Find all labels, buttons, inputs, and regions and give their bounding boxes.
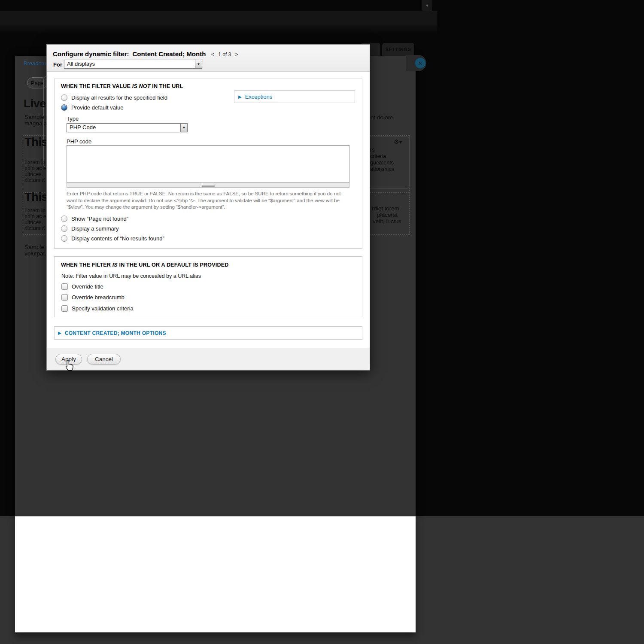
tab-settings[interactable]: SETTINGS	[382, 43, 414, 56]
sample-fragment-right: et dolore	[371, 114, 393, 121]
radio-no-results[interactable]: Display contents of “No results found”	[61, 235, 164, 242]
toolbar-fade	[0, 25, 437, 34]
sample-paragraph-top: Sample p magna al	[24, 114, 49, 127]
toolbar-collapse-button[interactable]: ▼	[422, 0, 432, 11]
month-options-toggle[interactable]: ▶ CONTENT CREATED; MONTH OPTIONS	[54, 326, 362, 340]
radio-display-all-results[interactable]: Display all results for the specified fi…	[61, 94, 167, 101]
grip-lines-icon	[202, 184, 215, 187]
php-help-text: Enter PHP code that returns TRUE or FALS…	[67, 191, 346, 211]
preview-lorem-right: rdiet lorem placerat velit, luctus	[372, 205, 401, 225]
checkbox-override-title[interactable]: Override title	[61, 283, 103, 290]
cancel-button[interactable]: Cancel	[87, 354, 121, 365]
checkbox-specify-validation[interactable]: Specify validation criteria	[61, 305, 134, 312]
triangle-right-icon: ▶	[238, 94, 242, 99]
textarea-resize-grippie[interactable]	[67, 183, 349, 188]
tab-settings-label: SETTINGS	[386, 47, 411, 52]
preview-lorem-1: Lorem ip odio ac e ultrices. dictum d	[24, 159, 46, 183]
display-tab-page-label: Page	[30, 80, 44, 86]
pager-text: 1 of 3	[218, 52, 231, 58]
checkbox-icon	[61, 283, 68, 290]
type-label: Type	[67, 115, 79, 122]
gear-icon[interactable]: ⚙▾	[394, 138, 402, 145]
checkbox-override-breadcrumb[interactable]: Override breadcrumb	[61, 294, 125, 301]
radio-provide-default-value[interactable]: Provide default value	[61, 104, 123, 111]
preview-heading-2: This	[24, 191, 48, 204]
preview-lorem-2: Lorem ip odio ac e ultrices. dictum d	[24, 207, 46, 231]
radio-selected-icon	[61, 104, 67, 111]
fieldset-filter-not-in-url: WHEN THE FILTER VALUE IS NOT IN THE URL …	[54, 79, 362, 249]
page-lower-area	[15, 516, 416, 632]
chevron-down-icon: ▼	[180, 124, 187, 132]
radio-page-not-found[interactable]: Show “Page not found”	[61, 216, 128, 222]
fieldset-filter-in-url: WHEN THE FILTER IS IN THE URL OR A DEFAU…	[54, 256, 362, 317]
close-button[interactable]: ✕	[415, 58, 426, 69]
modal-title: Configure dynamic filter:Content Created…	[53, 50, 206, 58]
radio-display-summary[interactable]: Display a summary	[61, 225, 119, 232]
radio-icon	[61, 225, 67, 232]
pager-prev[interactable]: <	[211, 52, 214, 58]
exceptions-label: Exceptions	[245, 94, 273, 100]
modal-title-item: Content Created; Month	[133, 50, 206, 58]
radio-icon	[61, 235, 67, 242]
checkbox-icon	[61, 305, 68, 312]
close-icon: ✕	[418, 60, 423, 67]
mouse-cursor-hand	[64, 360, 75, 374]
modal-footer: Apply Cancel	[47, 348, 370, 370]
section1-header: WHEN THE FILTER VALUE IS NOT IN THE URL	[61, 83, 183, 89]
section2-header: WHEN THE FILTER IS IN THE URL OR A DEFAU…	[61, 262, 228, 268]
type-select[interactable]: PHP Code ▼	[67, 123, 188, 132]
triangle-right-icon: ▶	[58, 331, 61, 335]
radio-icon	[61, 94, 67, 101]
views-column-items: rs criteria guements ationships	[370, 147, 394, 173]
url-alias-note: Note: Filter value in URL may be conceal…	[61, 273, 201, 279]
chevron-down-icon: ▼	[195, 60, 202, 68]
configure-filter-modal: Configure dynamic filter:Content Created…	[46, 44, 370, 371]
radio-icon	[61, 216, 67, 222]
admin-toolbar	[0, 11, 437, 25]
for-display-select[interactable]: All displays ▼	[64, 60, 202, 69]
preview-heading-1: This	[24, 136, 48, 149]
php-code-textarea[interactable]	[67, 145, 349, 183]
exceptions-toggle[interactable]: ▶ Exceptions	[234, 90, 355, 103]
live-heading: Live	[24, 97, 46, 110]
type-select-value: PHP Code	[67, 124, 180, 132]
modal-header: Configure dynamic filter:Content Created…	[47, 45, 370, 72]
php-code-label: PHP code	[67, 138, 91, 145]
modal-pager: < 1 of 3 >	[210, 52, 240, 58]
for-display-select-value: All displays	[64, 60, 195, 68]
for-label: For	[53, 61, 62, 68]
sample-paragraph-bottom: Sample p volutpat.	[24, 244, 49, 257]
pager-next[interactable]: >	[235, 52, 238, 58]
checkbox-icon	[61, 294, 68, 301]
month-options-label: CONTENT CREATED; MONTH OPTIONS	[65, 330, 166, 336]
chevron-down-icon: ▼	[425, 3, 429, 8]
